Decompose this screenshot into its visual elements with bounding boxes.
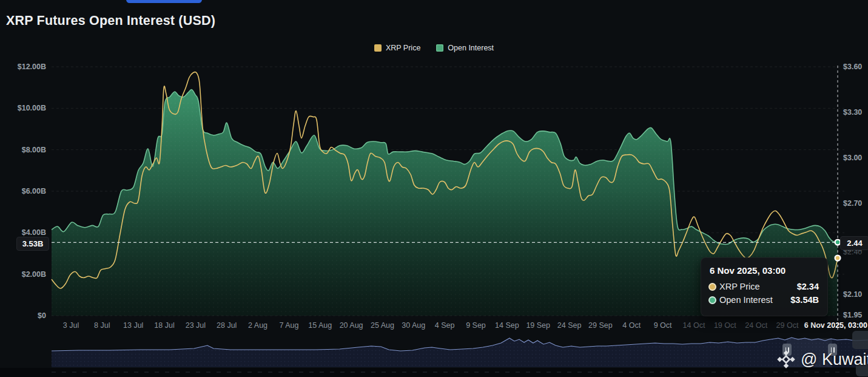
xrp-price-swatch-icon [374, 44, 382, 52]
x-axis-tick: 13 Jul [123, 321, 143, 330]
x-axis-tick: 4 Sep [435, 321, 455, 330]
x-axis-tick: 2 Aug [248, 321, 267, 330]
xrp-price-hover-dot [835, 256, 841, 261]
binance-logo-icon [776, 350, 796, 369]
x-axis-tick: 14 Oct [683, 321, 705, 330]
y-left-tick: $10.00B [18, 104, 46, 112]
tooltip-timestamp: 6 Nov 2025, 03:00 [710, 265, 819, 276]
y-right-tick: $1.95 [843, 311, 862, 319]
legend-item-open-interest[interactable]: Open Interest [436, 44, 494, 52]
open-interest-dot-icon [710, 297, 715, 303]
x-axis-tick: 20 Aug [340, 321, 363, 330]
x-axis-tick: 29 Sep [588, 321, 613, 330]
page-title: XRP Futures Open Interest (USD) [6, 13, 215, 29]
y-left-tick: $6.00B [22, 187, 46, 195]
y-right-tick: $3.30 [843, 108, 862, 117]
x-axis-tick: 18 Jul [154, 321, 174, 330]
x-axis-tick: 4 Oct [622, 321, 641, 330]
y-right-tick: $2.10 [843, 290, 862, 299]
x-axis-tick: 19 Sep [526, 321, 550, 330]
x-axis-tick: 15 Aug [308, 321, 332, 330]
legend-label: Open Interest [448, 44, 494, 52]
x-axis-tick: 29 Oct [776, 321, 799, 330]
open-interest-swatch-icon [436, 44, 443, 52]
chart-panel: XRP Futures Open Interest (USD) XRP Pric… [0, 0, 868, 377]
hover-tooltip: 6 Nov 2025, 03:00 XRP Price $2.34 Open I… [701, 257, 828, 316]
x-axis-tick: 30 Aug [402, 321, 425, 330]
x-axis-tick: 9 Oct [654, 321, 672, 330]
navigator-area-texture [52, 338, 868, 367]
watermark-handle: @ Kuwaity [801, 350, 868, 369]
y-right-tick: $3.00 [843, 154, 862, 162]
edge-floating-button[interactable] [852, 331, 868, 349]
xrp-price-dot-icon [710, 284, 715, 290]
x-axis-tick: 9 Sep [466, 321, 486, 330]
xrp-price-last-value-badge: 2.44 [840, 236, 868, 250]
x-axis-tick: 28 Jul [217, 321, 237, 330]
legend-label: XRP Price [386, 44, 420, 52]
chart-legend: XRP Price Open Interest [0, 44, 868, 52]
x-axis-tick: 24 Sep [557, 321, 582, 330]
x-axis-tick: 3 Jul [63, 321, 79, 330]
legend-item-xrp-price[interactable]: XRP Price [374, 44, 420, 52]
tooltip-label: XRP Price [719, 282, 760, 291]
tooltip-row-xrp-price: XRP Price $2.34 [710, 282, 819, 291]
y-right-tick: $3.60 [843, 63, 862, 71]
y-right-tick: $2.70 [843, 199, 862, 208]
y-left-tick: $4.00B [22, 228, 46, 237]
tooltip-label: Open Interest [719, 295, 773, 305]
tooltip-value: $2.34 [797, 282, 819, 291]
active-tab-fragment[interactable] [126, 0, 202, 3]
tooltip-row-open-interest: Open Interest $3.54B [710, 295, 819, 305]
y-left-tick: $8.00B [22, 146, 46, 154]
x-axis-tick: 24 Oct [745, 321, 767, 330]
tooltip-value: $3.54B [790, 295, 819, 305]
x-axis-tick: 23 Jul [186, 321, 206, 330]
y-left-tick: $2.00B [22, 270, 46, 279]
y-left-tick: $0 [38, 311, 46, 320]
watermark: @ Kuwaity ! [776, 350, 868, 369]
x-axis-tick: 7 Aug [279, 321, 298, 330]
main-chart[interactable]: $12.00B$10.00B$8.00B$6.00B$4.00B$2.00B$0… [0, 0, 868, 377]
x-axis-tick: 19 Oct [714, 321, 736, 330]
y-left-tick: $12.00B [18, 63, 46, 71]
open-interest-last-value-badge: 3.53B [16, 237, 49, 251]
x-axis-tick: 8 Jul [94, 321, 110, 330]
x-axis-tick: 14 Sep [495, 321, 519, 330]
x-axis-tick: 25 Aug [371, 321, 394, 330]
crosshair-date-label: 6 Nov 2025, 03:00 [804, 321, 867, 330]
